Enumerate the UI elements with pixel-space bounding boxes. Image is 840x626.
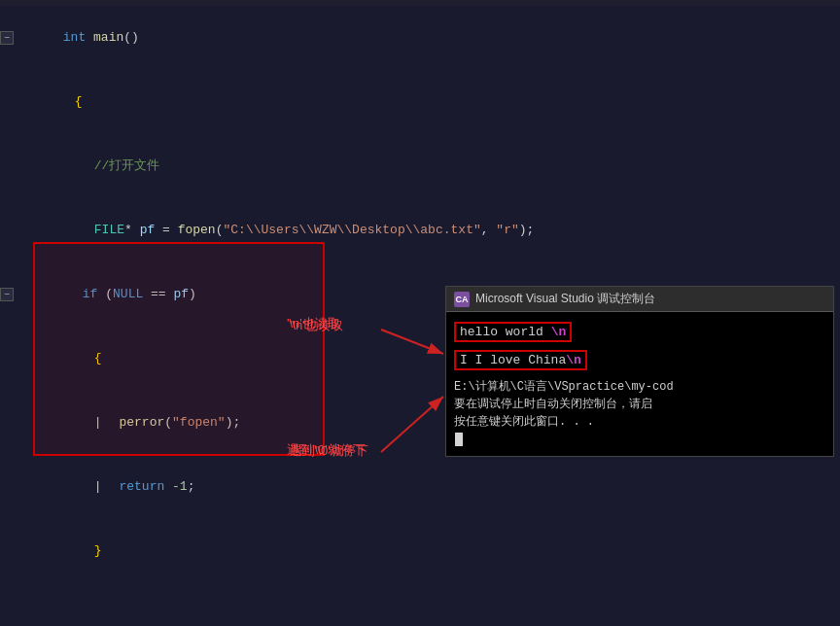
code-line-9: } — [0, 519, 840, 583]
vs-icon: CA — [454, 292, 470, 307]
i-love-china-text: I — [460, 353, 475, 367]
console-info-2: 按任意键关闭此窗口. . . — [454, 413, 825, 431]
line-11-content: //读文件 - 一行数据 — [29, 605, 840, 626]
escape-n-1: \n — [551, 325, 567, 339]
line-9-content: } — [29, 519, 840, 583]
vs-console-titlebar: CA Microsoft Visual Studio 调试控制台 — [446, 287, 833, 312]
console-cursor — [455, 433, 463, 446]
vs-console-title: Microsoft Visual Studio 调试控制台 — [475, 291, 655, 307]
line-8-content: | return -1; — [29, 455, 840, 519]
code-line-10 — [0, 583, 840, 605]
love-china-text: I love China — [475, 353, 567, 367]
console-line-2: I I love China\n — [454, 348, 825, 372]
code-line-4: FILE* pf = fopen("C:\\Users\\WZW\\Deskto… — [0, 198, 840, 262]
escape-n-2: \n — [566, 353, 581, 367]
code-line-8: | return -1; — [0, 455, 840, 519]
hello-world-text: hello world — [460, 325, 551, 339]
line-1-content: int main() — [18, 6, 840, 70]
console-path: E:\计算机\C语言\VSpractice\my-cod 要在调试停止时自动关闭… — [454, 378, 825, 448]
code-line-2: { — [0, 70, 840, 134]
code-editor: − int main() { //打开文件 FILE* pf = fopen("… — [0, 6, 840, 626]
console-highlight-hello: hello world \n — [454, 322, 572, 342]
console-path-line: E:\计算机\C语言\VSpractice\my-cod — [454, 378, 825, 396]
vs-console-window: CA Microsoft Visual Studio 调试控制台 hello w… — [445, 286, 834, 457]
annotation-n-read: '\n'也读取 — [287, 315, 340, 332]
line-3-content: //打开文件 — [29, 134, 840, 198]
line-2-content: { — [29, 70, 840, 134]
annotation-null-stop: 遇到'\0'就停下 — [287, 441, 366, 459]
collapse-btn-main[interactable]: − — [0, 31, 14, 45]
vs-icon-text: CA — [456, 295, 469, 304]
code-line-11: //读文件 - 一行数据 — [0, 605, 840, 626]
console-line-1: hello world \n — [454, 320, 825, 344]
console-highlight-china: I I love China\n — [454, 350, 587, 370]
collapse-btn-if[interactable]: − — [0, 288, 14, 301]
code-line-1: − int main() — [0, 6, 840, 70]
vs-console-body: hello world \n I I love China\n E:\计算机\C… — [446, 312, 833, 456]
line-4-content: FILE* pf = fopen("C:\\Users\\WZW\\Deskto… — [29, 198, 840, 262]
code-line-3: //打开文件 — [0, 134, 840, 198]
console-info-1: 要在调试停止时自动关闭控制台，请启 — [454, 396, 825, 413]
